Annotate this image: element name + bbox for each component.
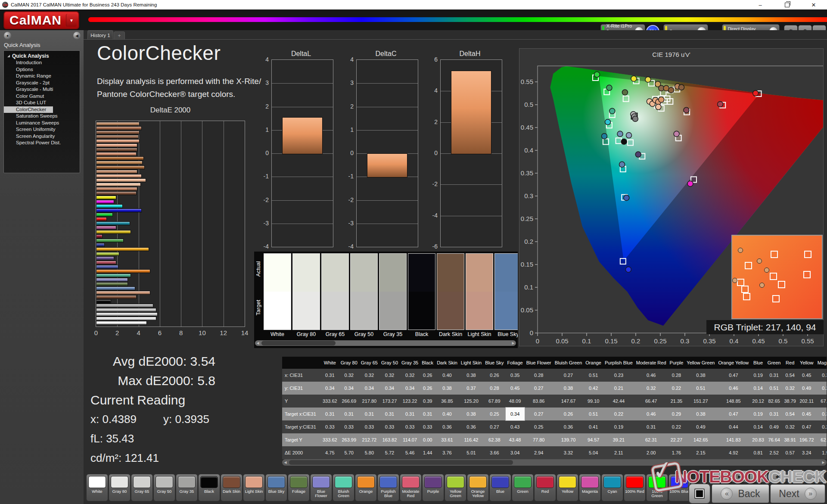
column-header[interactable]: Purplish Blue bbox=[603, 357, 634, 369]
table-cell[interactable]: 0.32 bbox=[782, 382, 798, 395]
table-cell[interactable]: 0.44 bbox=[716, 420, 750, 433]
table-cell[interactable]: 0.32 bbox=[339, 369, 359, 382]
table-scrollbar-thumb[interactable] bbox=[289, 460, 513, 465]
patch-button-purple[interactable]: Purple bbox=[422, 474, 444, 501]
table-cell[interactable]: 0.38 bbox=[553, 382, 584, 395]
transport-button-2[interactable]: ▶ bbox=[731, 470, 749, 482]
sidebar-item-colorchecker[interactable]: ColorChecker bbox=[4, 106, 53, 113]
patch-button-gray-80[interactable]: Gray 80 bbox=[109, 474, 131, 501]
table-cell[interactable]: 62.81 bbox=[816, 433, 827, 446]
table-cell[interactable]: 0.27 bbox=[525, 408, 553, 420]
table-cell[interactable]: 0.51 bbox=[766, 382, 783, 395]
table-cell[interactable]: 0.57 bbox=[782, 446, 798, 459]
table-cell[interactable]: 0.32 bbox=[634, 382, 668, 395]
patch-button-moderate-red[interactable]: Moderate Red bbox=[400, 474, 422, 501]
table-cell[interactable]: 0.28 bbox=[483, 382, 505, 395]
table-cell[interactable]: 76.64 bbox=[766, 433, 783, 446]
column-header[interactable]: Light Skin bbox=[459, 357, 483, 369]
table-cell[interactable]: 0.32 bbox=[400, 369, 420, 382]
table-cell[interactable]: 0.25 bbox=[483, 408, 505, 420]
table-cell[interactable]: 0.31 bbox=[379, 408, 400, 420]
table-cell[interactable]: 0.25 bbox=[525, 420, 553, 433]
table-scrollbar[interactable]: ◀ ▶ bbox=[282, 459, 827, 466]
patch-button-cyan[interactable]: Cyan bbox=[601, 474, 623, 501]
column-header[interactable]: Moderate Red bbox=[634, 357, 668, 369]
table-cell[interactable]: 142.65 bbox=[685, 433, 716, 446]
table-cell[interactable]: 2.15 bbox=[685, 446, 716, 459]
table-cell[interactable]: 0.33 bbox=[339, 420, 359, 433]
table-cell[interactable]: 0.32 bbox=[379, 369, 400, 382]
column-header[interactable]: Yellow bbox=[798, 357, 816, 369]
column-header[interactable]: Red bbox=[782, 357, 798, 369]
table-cell[interactable]: 0.33 bbox=[379, 420, 400, 433]
column-header[interactable]: Green bbox=[766, 357, 783, 369]
column-header[interactable]: Orange bbox=[584, 357, 603, 369]
table-cell[interactable]: 0.34 bbox=[400, 382, 420, 395]
table-cell[interactable]: 5.72 bbox=[379, 446, 400, 459]
table-cell[interactable]: 0.31 bbox=[359, 408, 379, 420]
column-header[interactable]: Gray 65 bbox=[359, 357, 379, 369]
table-cell[interactable]: 39.21 bbox=[603, 433, 634, 446]
table-cell[interactable]: 0.45 bbox=[798, 408, 816, 420]
table-cell[interactable]: 0.49 bbox=[766, 420, 783, 433]
patch-button-foliage[interactable]: Foliage bbox=[288, 474, 310, 501]
table-cell[interactable]: 0.27 bbox=[483, 420, 505, 433]
table-cell[interactable]: 196.72 bbox=[798, 433, 816, 446]
table-cell[interactable]: 0.40 bbox=[435, 369, 459, 382]
table-cell[interactable]: 0.27 bbox=[553, 369, 584, 382]
sidebar-item-grayscale-multi[interactable]: Grayscale - Multi bbox=[4, 86, 80, 93]
table-cell[interactable]: 20.83 bbox=[750, 433, 766, 446]
table-cell[interactable]: 114.07 bbox=[400, 433, 420, 446]
table-cell[interactable]: 0.33 bbox=[321, 420, 339, 433]
table-cell[interactable]: 36.85 bbox=[435, 395, 459, 408]
sidebar-item-grayscale-2pt[interactable]: Grayscale - 2pt bbox=[4, 80, 80, 87]
table-cell[interactable]: 2.00 bbox=[634, 446, 668, 459]
table-cell[interactable]: 266.69 bbox=[339, 395, 359, 408]
table-cell[interactable]: 33.61 bbox=[435, 433, 459, 446]
column-header[interactable]: Gray 80 bbox=[339, 357, 359, 369]
next-button[interactable]: Next » bbox=[770, 484, 825, 503]
table-cell[interactable]: 0.46 bbox=[634, 408, 668, 420]
column-header[interactable]: Foliage bbox=[506, 357, 525, 369]
column-header[interactable]: Yellow Green bbox=[685, 357, 716, 369]
table-cell[interactable]: 116.42 bbox=[459, 433, 483, 446]
table-cell[interactable]: 0.32 bbox=[359, 369, 379, 382]
table-cell[interactable]: 0.26 bbox=[553, 408, 584, 420]
table-cell[interactable]: 0.26 bbox=[420, 369, 435, 382]
table-cell[interactable]: 212.72 bbox=[359, 433, 379, 446]
table-cell[interactable]: 0.14 bbox=[750, 382, 766, 395]
table-cell[interactable]: 38.79 bbox=[782, 395, 798, 408]
table-cell[interactable]: 0.28 bbox=[668, 369, 685, 382]
table-cell[interactable]: 0.54 bbox=[782, 369, 798, 382]
swatch-scrollbar[interactable]: ◀ ▶ bbox=[255, 340, 516, 346]
sidebar-item-introduction[interactable]: Introduction bbox=[4, 59, 80, 66]
table-cell[interactable]: 5.70 bbox=[339, 446, 359, 459]
table-cell[interactable]: 263.99 bbox=[339, 433, 359, 446]
table-cell[interactable]: 0.35 bbox=[506, 369, 525, 382]
table-cell[interactable]: 141.83 bbox=[716, 433, 750, 446]
table-cell[interactable]: 0.43 bbox=[506, 420, 525, 433]
sidebar-item-3d-cube-lut[interactable]: 3D Cube LUT bbox=[4, 100, 80, 106]
restore-button[interactable] bbox=[774, 0, 800, 9]
table-cell[interactable]: 0.19 bbox=[603, 420, 634, 433]
patch-button-gray-50[interactable]: Gray 50 bbox=[153, 474, 175, 501]
table-cell[interactable]: 333.62 bbox=[321, 433, 339, 446]
sidebar-pin-button[interactable]: ● bbox=[4, 32, 11, 39]
patch-button-blue-flower[interactable]: Blue Flower bbox=[310, 474, 332, 501]
swatch-scrollbar-thumb[interactable] bbox=[261, 341, 336, 345]
column-header[interactable]: Blue bbox=[750, 357, 766, 369]
transport-button-6[interactable]: ▲ bbox=[806, 470, 824, 482]
table-cell[interactable]: 83.86 bbox=[525, 395, 553, 408]
patch-button-orange-yellow[interactable]: Orange Yellow bbox=[467, 474, 489, 501]
column-header[interactable]: Magenta bbox=[816, 357, 827, 369]
sidebar-item-spectral-power-dist-[interactable]: Spectral Power Dist. bbox=[4, 140, 80, 146]
table-cell[interactable]: 99.10 bbox=[584, 395, 603, 408]
table-cell[interactable]: 0.39 bbox=[420, 395, 435, 408]
table-cell[interactable]: 1.44 bbox=[420, 446, 435, 459]
sidebar-item-saturation-sweeps[interactable]: Saturation Sweeps bbox=[4, 113, 80, 120]
table-cell[interactable]: 0.49 bbox=[685, 420, 716, 433]
table-cell[interactable]: 2.52 bbox=[766, 446, 783, 459]
table-scroll-left-icon[interactable]: ◀ bbox=[283, 460, 288, 465]
table-cell[interactable]: 2.94 bbox=[525, 446, 553, 459]
table-cell[interactable]: 0.45 bbox=[506, 382, 525, 395]
